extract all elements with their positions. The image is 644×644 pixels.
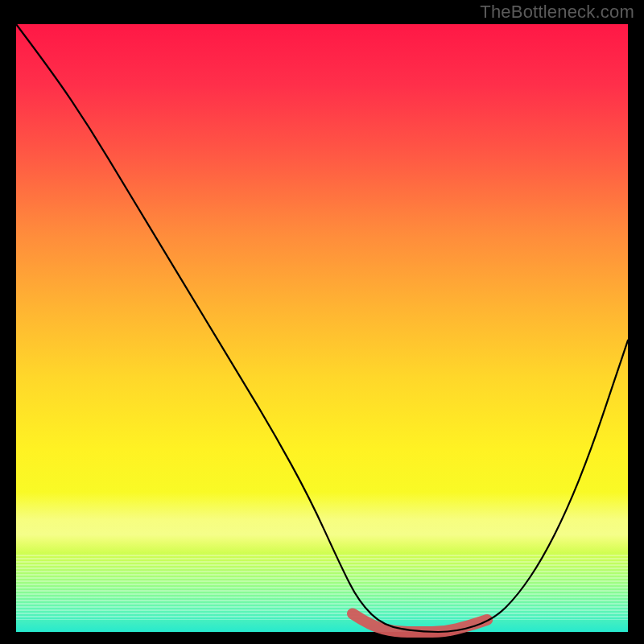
bottleneck-curve-line [16,24,628,632]
chart-frame: TheBottleneck.com [0,0,644,644]
curve-svg [16,24,628,632]
plot-area [16,24,628,632]
watermark-text: TheBottleneck.com [480,2,634,23]
